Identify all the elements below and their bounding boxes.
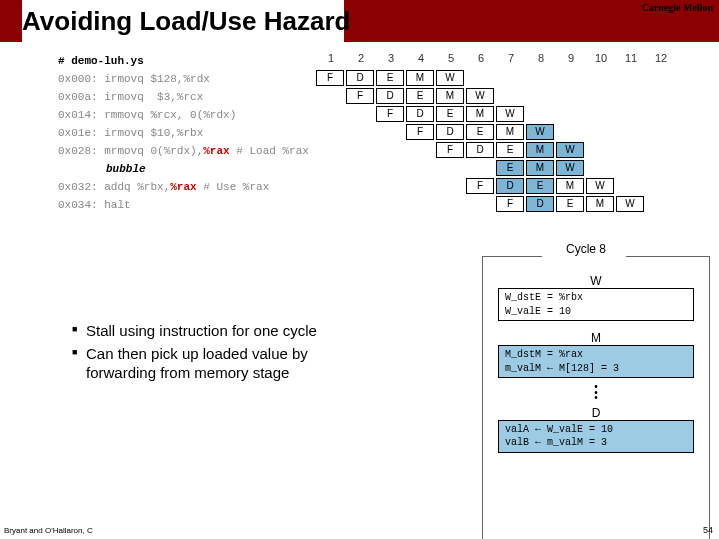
- stage-cell: F: [406, 124, 434, 140]
- pipeline-row: FDEMW: [316, 88, 646, 105]
- stage-cell: M: [526, 142, 554, 158]
- stage-cell: W: [556, 142, 584, 158]
- stage-cell: D: [496, 178, 524, 194]
- code-line: 0x000: irmovq $128,%rdx: [58, 70, 309, 88]
- stage-cell: E: [406, 88, 434, 104]
- pipeline-row: FDEMW: [316, 196, 646, 213]
- pipeline-row: FDEMW: [316, 106, 646, 123]
- pipeline-diagram: FDEMWFDEMWFDEMWFDEMWFDEMWEMWFDEMWFDEMW: [316, 70, 646, 214]
- detail-M-line0: M_dstM = %rax: [505, 348, 687, 362]
- stage-cell: M: [406, 70, 434, 86]
- stage-cell: W: [466, 88, 494, 104]
- cycle-number: 9: [556, 52, 586, 64]
- detail-W-line0: W_dstE = %rbx: [505, 291, 687, 305]
- bullet-list: Stall using instruction for one cycleCan…: [72, 322, 362, 386]
- stage-cell: D: [376, 88, 404, 104]
- cycle-number: 12: [646, 52, 676, 64]
- bullet-item: Stall using instruction for one cycle: [72, 322, 362, 341]
- code-line: 0x014: rmmovq %rcx, 0(%rdx): [58, 106, 309, 124]
- pipeline-row: FDEMW: [316, 124, 646, 141]
- detail-D-box: valA ← W_valE = 10 valB ← m_valM = 3: [498, 420, 694, 453]
- cycle-number: 7: [496, 52, 526, 64]
- cycle-number: 5: [436, 52, 466, 64]
- code-line: 0x01e: irmovq $10,%rbx: [58, 124, 309, 142]
- stage-cell: F: [346, 88, 374, 104]
- stage-cell: D: [466, 142, 494, 158]
- stage-cell: E: [376, 70, 404, 86]
- detail-M-label: M: [498, 331, 694, 345]
- stage-cell: E: [526, 178, 554, 194]
- stage-cell: E: [496, 160, 524, 176]
- pipeline-row: FDEMW: [316, 142, 646, 159]
- slide-title: Avoiding Load/Use Hazard: [22, 0, 350, 42]
- stage-cell: D: [346, 70, 374, 86]
- detail-D-label: D: [498, 406, 694, 420]
- stage-cell: W: [526, 124, 554, 140]
- stage-cell: E: [556, 196, 584, 212]
- stage-cell: E: [466, 124, 494, 140]
- cycle-number: 3: [376, 52, 406, 64]
- stage-cell: E: [436, 106, 464, 122]
- stage-cell: M: [466, 106, 494, 122]
- stage-cell: F: [436, 142, 464, 158]
- slide-number: 54: [703, 525, 713, 535]
- stage-cell: M: [526, 160, 554, 176]
- code-line: 0x028: mrmovq 0(%rdx),%rax # Load %rax: [58, 142, 309, 160]
- cycle-detail-title: Cycle 8: [562, 242, 610, 256]
- stage-cell: W: [496, 106, 524, 122]
- cycle-numbers: 123456789101112: [316, 52, 676, 64]
- bullet-item: Can then pick up loaded value by forward…: [72, 345, 362, 383]
- detail-W-line1: W_valE = 10: [505, 305, 687, 319]
- code-listing: # demo-luh.ys 0x000: irmovq $128,%rdx0x0…: [58, 52, 309, 214]
- detail-D-line0: valA ← W_valE = 10: [505, 423, 687, 437]
- detail-M-box: M_dstM = %rax m_valM ← M[128] = 3: [498, 345, 694, 378]
- detail-W-label: W: [498, 274, 694, 288]
- code-line: bubble: [106, 160, 309, 178]
- slide-title-text: Avoiding Load/Use Hazard: [22, 6, 350, 37]
- stage-cell: W: [436, 70, 464, 86]
- detail-M-line1: m_valM ← M[128] = 3: [505, 362, 687, 376]
- cycle-number: 11: [616, 52, 646, 64]
- stage-cell: F: [496, 196, 524, 212]
- code-line: 0x032: addq %rbx,%rax # Use %rax: [58, 178, 309, 196]
- detail-D-line1: valB ← m_valM = 3: [505, 436, 687, 450]
- code-line: 0x00a: irmovq $3,%rcx: [58, 88, 309, 106]
- stage-cell: F: [466, 178, 494, 194]
- pipeline-row: FDEMW: [316, 178, 646, 195]
- cycle-number: 1: [316, 52, 346, 64]
- stage-cell: M: [436, 88, 464, 104]
- cycle-number: 10: [586, 52, 616, 64]
- stage-cell: F: [376, 106, 404, 122]
- cycle-number: 2: [346, 52, 376, 64]
- cycle-number: 4: [406, 52, 436, 64]
- detail-W-box: W_dstE = %rbx W_valE = 10: [498, 288, 694, 321]
- stage-cell: F: [316, 70, 344, 86]
- pipeline-row: FDEMW: [316, 70, 646, 87]
- code-line: 0x034: halt: [58, 196, 309, 214]
- cycle-number: 6: [466, 52, 496, 64]
- stage-cell: D: [406, 106, 434, 122]
- stage-cell: W: [586, 178, 614, 194]
- stage-cell: M: [556, 178, 584, 194]
- stage-cell: E: [496, 142, 524, 158]
- stage-cell: W: [556, 160, 584, 176]
- stage-cell: D: [526, 196, 554, 212]
- pipeline-row: EMW: [316, 160, 646, 177]
- stage-cell: D: [436, 124, 464, 140]
- cycle-detail: Cycle 8 W W_dstE = %rbx W_valE = 10 M M_…: [492, 246, 700, 459]
- footer-authors: Bryant and O'Hallaron, C: [4, 526, 93, 535]
- stage-cell: W: [616, 196, 644, 212]
- brand-label: Carnegie Mellon: [642, 2, 713, 13]
- stage-cell: M: [496, 124, 524, 140]
- dots-icon: •••: [492, 384, 700, 401]
- file-comment: # demo-luh.ys: [58, 52, 309, 70]
- stage-cell: M: [586, 196, 614, 212]
- cycle-number: 8: [526, 52, 556, 64]
